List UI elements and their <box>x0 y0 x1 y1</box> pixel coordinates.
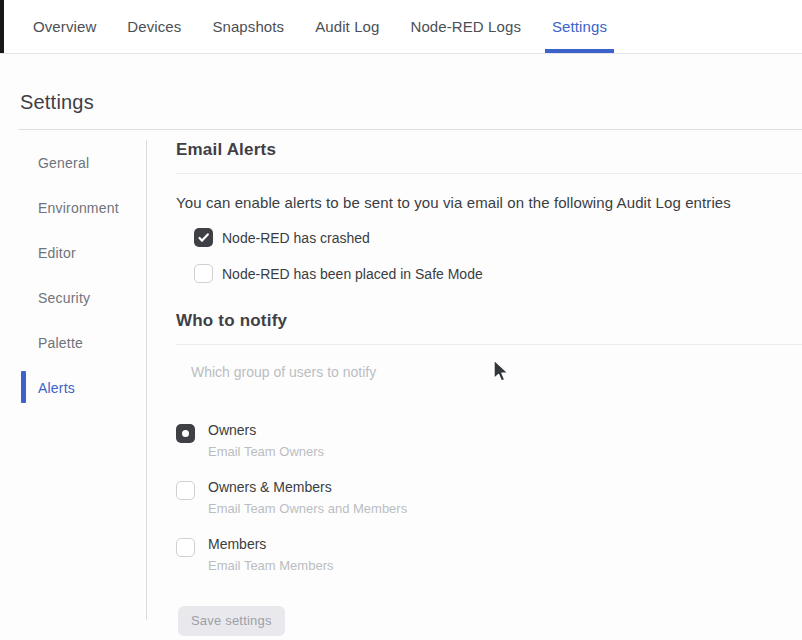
owners-members-radio[interactable] <box>176 481 195 500</box>
top-navigation: Overview Devices Snapshots Audit Log Nod… <box>0 0 802 54</box>
sidebar-item-environment[interactable]: Environment <box>0 185 146 230</box>
members-radio[interactable] <box>176 538 195 557</box>
settings-main-panel: Email Alerts You can enable alerts to be… <box>176 140 802 636</box>
crashed-checkbox[interactable] <box>194 228 213 247</box>
owners-radio[interactable] <box>176 424 195 443</box>
sidebar-item-label: Palette <box>38 335 83 351</box>
save-settings-button[interactable]: Save settings <box>178 606 285 636</box>
safe-mode-checkbox[interactable] <box>194 264 213 283</box>
active-indicator-bar <box>21 371 26 403</box>
sidebar-item-security[interactable]: Security <box>0 275 146 320</box>
sidebar-item-label: Alerts <box>38 380 75 396</box>
owners-members-sublabel: Email Team Owners and Members <box>208 501 407 516</box>
notify-option-members: Members Email Team Members <box>176 536 802 573</box>
email-alerts-heading: Email Alerts <box>176 140 802 174</box>
owners-members-label: Owners & Members <box>208 479 407 495</box>
sidebar-item-label: Editor <box>38 245 76 261</box>
sidebar-item-general[interactable]: General <box>0 140 146 185</box>
notify-options-group: Owners Email Team Owners Owners & Member… <box>176 422 802 573</box>
who-to-notify-heading: Who to notify <box>176 311 802 345</box>
members-label: Members <box>208 536 333 552</box>
radio-dot-icon <box>182 430 189 437</box>
sidebar-item-alerts[interactable]: Alerts <box>0 365 146 410</box>
alert-option-crashed: Node-RED has crashed <box>194 228 802 247</box>
sidebar-item-palette[interactable]: Palette <box>0 320 146 365</box>
tab-overview[interactable]: Overview <box>33 0 96 53</box>
sidebar-item-label: Environment <box>38 200 119 216</box>
safe-mode-checkbox-label: Node-RED has been placed in Safe Mode <box>222 266 483 282</box>
left-edge-strip <box>0 0 4 53</box>
owners-label: Owners <box>208 422 324 438</box>
crashed-checkbox-label: Node-RED has crashed <box>222 230 370 246</box>
check-icon <box>197 231 210 244</box>
page-title: Settings <box>20 91 94 114</box>
owners-sublabel: Email Team Owners <box>208 444 324 459</box>
notify-option-owners-members: Owners & Members Email Team Owners and M… <box>176 479 802 516</box>
settings-sidebar: General Environment Editor Security Pale… <box>0 140 147 620</box>
notify-option-owners: Owners Email Team Owners <box>176 422 802 459</box>
sidebar-item-label: General <box>38 155 89 171</box>
tab-devices[interactable]: Devices <box>127 0 181 53</box>
alert-option-safe-mode: Node-RED has been placed in Safe Mode <box>194 264 802 283</box>
sidebar-item-label: Security <box>38 290 90 306</box>
tab-settings[interactable]: Settings <box>552 0 607 53</box>
email-alerts-description: You can enable alerts to be sent to you … <box>176 194 802 211</box>
tab-audit-log[interactable]: Audit Log <box>315 0 379 53</box>
who-to-notify-description: Which group of users to notify <box>191 364 802 380</box>
title-divider <box>18 129 802 130</box>
settings-page: Overview Devices Snapshots Audit Log Nod… <box>0 0 802 640</box>
sidebar-item-editor[interactable]: Editor <box>0 230 146 275</box>
nav-tabs: Overview Devices Snapshots Audit Log Nod… <box>0 0 638 53</box>
tab-node-red-logs[interactable]: Node-RED Logs <box>410 0 521 53</box>
tab-snapshots[interactable]: Snapshots <box>212 0 284 53</box>
members-sublabel: Email Team Members <box>208 558 333 573</box>
